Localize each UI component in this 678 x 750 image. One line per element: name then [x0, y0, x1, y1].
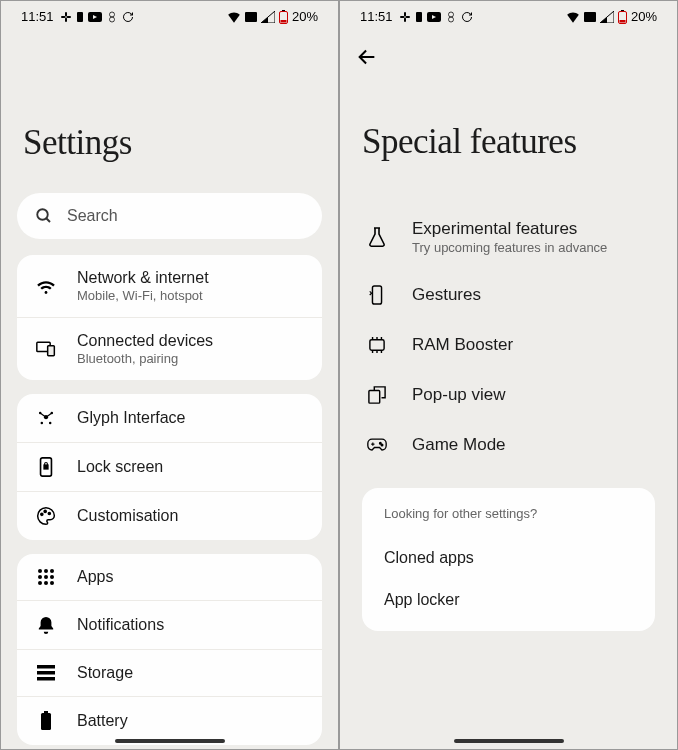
navigation-handle[interactable] [115, 739, 225, 743]
item-title: Battery [77, 712, 304, 730]
page-title: Special features [340, 122, 677, 162]
slack-icon [60, 11, 72, 23]
settings-group-connectivity: Network & internet Mobile, Wi-Fi, hotspo… [17, 255, 322, 380]
wifi-icon [227, 11, 241, 23]
feature-item-game-mode[interactable]: Game Mode [348, 420, 669, 470]
wifi-icon [36, 278, 56, 294]
svg-rect-51 [372, 286, 381, 304]
settings-item-storage[interactable]: Storage [17, 650, 322, 697]
item-subtitle: Mobile, Wi-Fi, hotspot [77, 288, 304, 303]
svg-point-27 [44, 569, 48, 573]
svg-point-10 [37, 209, 48, 220]
storage-icon [37, 665, 55, 681]
battery-percent: 20% [292, 9, 318, 24]
other-settings-card: Looking for other settings? Cloned apps … [362, 488, 655, 631]
feature-title: Game Mode [412, 435, 506, 455]
wifi-icon [566, 11, 580, 23]
photos-icon [106, 11, 118, 23]
youtube-icon [88, 12, 102, 22]
feature-list: Experimental features Try upcoming featu… [340, 204, 677, 470]
item-title: Notifications [77, 616, 304, 634]
svg-line-11 [46, 218, 50, 222]
youtube-icon [427, 12, 441, 22]
svg-point-18 [49, 422, 52, 425]
settings-item-connected-devices[interactable]: Connected devices Bluetooth, pairing [17, 318, 322, 380]
status-notif-icons [399, 11, 473, 23]
svg-rect-35 [37, 665, 55, 669]
svg-rect-46 [584, 12, 596, 22]
item-title: Connected devices [77, 332, 304, 350]
svg-point-29 [38, 575, 42, 579]
svg-point-63 [381, 444, 383, 446]
svg-rect-59 [369, 391, 380, 404]
feature-title: Pop-up view [412, 385, 506, 405]
svg-rect-9 [280, 20, 286, 23]
svg-point-31 [50, 575, 54, 579]
status-bar: 11:51 20% [1, 1, 338, 28]
svg-line-20 [46, 413, 52, 417]
bell-icon [37, 615, 55, 635]
photos-icon [445, 11, 457, 23]
chip-icon [367, 337, 387, 353]
back-button[interactable] [340, 28, 677, 74]
status-notif-icons [60, 11, 134, 23]
battery-small-icon [76, 11, 84, 23]
palette-icon [36, 506, 56, 526]
navigation-handle[interactable] [454, 739, 564, 743]
item-title: Customisation [77, 507, 304, 525]
svg-rect-38 [44, 711, 48, 713]
svg-rect-3 [66, 16, 71, 18]
svg-point-32 [38, 581, 42, 585]
feature-item-experimental[interactable]: Experimental features Try upcoming featu… [348, 204, 669, 270]
svg-rect-39 [41, 713, 51, 730]
svg-rect-52 [370, 340, 384, 351]
svg-rect-43 [405, 16, 410, 18]
settings-item-glyph[interactable]: Glyph Interface [17, 394, 322, 443]
feature-item-popup[interactable]: Pop-up view [348, 370, 669, 420]
svg-point-23 [41, 513, 43, 515]
feature-title: Gestures [412, 285, 481, 305]
settings-item-apps[interactable]: Apps [17, 554, 322, 601]
item-subtitle: Bluetooth, pairing [77, 351, 304, 366]
status-time: 11:51 [360, 9, 393, 24]
feature-subtitle: Try upcoming features in advance [412, 240, 607, 255]
svg-rect-40 [404, 12, 406, 17]
svg-point-33 [44, 581, 48, 585]
item-title: Network & internet [77, 269, 304, 287]
search-placeholder: Search [67, 207, 118, 225]
feature-item-gestures[interactable]: Gestures [348, 270, 669, 320]
status-bar: 11:51 20% [340, 1, 677, 28]
svg-point-24 [44, 510, 46, 512]
svg-point-34 [50, 581, 54, 585]
search-bar[interactable]: Search [17, 193, 322, 239]
svg-rect-0 [65, 12, 67, 17]
lock-phone-icon [39, 457, 53, 477]
settings-item-notifications[interactable]: Notifications [17, 601, 322, 650]
search-icon [35, 207, 53, 225]
item-title: Storage [77, 664, 304, 682]
battery-small-icon [415, 11, 423, 23]
item-title: Apps [77, 568, 304, 586]
feature-title: RAM Booster [412, 335, 513, 355]
svg-point-26 [38, 569, 42, 573]
slack-icon [399, 11, 411, 23]
svg-rect-4 [77, 12, 83, 22]
sync-icon [122, 11, 134, 23]
feature-item-ram[interactable]: RAM Booster [348, 320, 669, 370]
other-item-app-locker[interactable]: App locker [384, 579, 633, 621]
battery-icon [618, 10, 627, 24]
other-item-cloned-apps[interactable]: Cloned apps [384, 537, 633, 579]
flask-icon [368, 227, 386, 247]
settings-item-customisation[interactable]: Customisation [17, 492, 322, 540]
special-features-screen: 11:51 20% Special features Experimental … [339, 0, 678, 750]
other-heading: Looking for other settings? [384, 506, 633, 521]
svg-point-62 [380, 443, 382, 445]
network-badge-icon [245, 12, 257, 22]
gamepad-icon [367, 438, 387, 452]
svg-rect-22 [44, 465, 48, 469]
settings-item-battery[interactable]: Battery [17, 697, 322, 745]
settings-group-ui: Glyph Interface Lock screen Customisatio… [17, 394, 322, 540]
settings-item-network[interactable]: Network & internet Mobile, Wi-Fi, hotspo… [17, 255, 322, 318]
settings-item-lock-screen[interactable]: Lock screen [17, 443, 322, 492]
svg-rect-44 [416, 12, 422, 22]
